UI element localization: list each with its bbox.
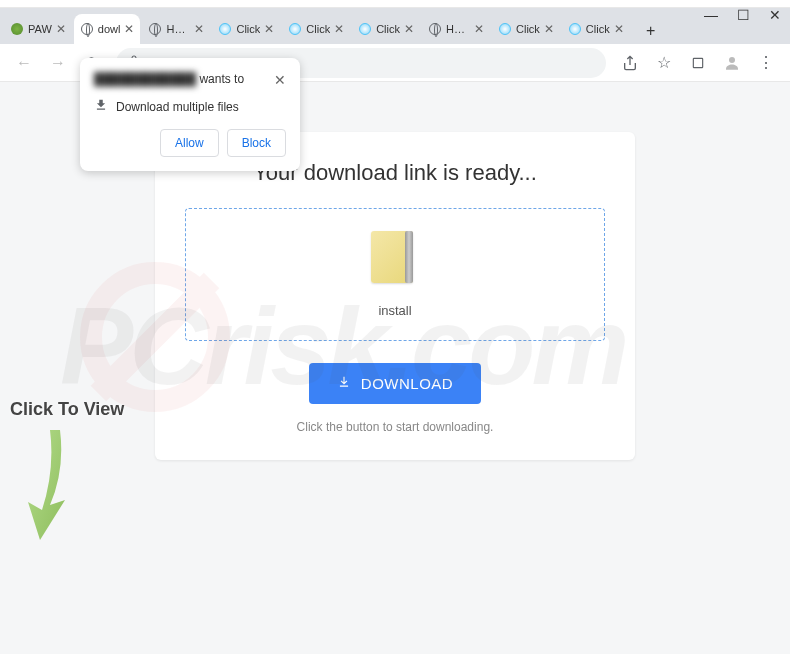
download-button[interactable]: DOWNLOAD [309,363,481,404]
extensions-icon[interactable] [684,49,712,77]
tab-close-button[interactable]: ✕ [474,22,484,36]
tab-close-button[interactable]: ✕ [544,22,554,36]
file-name: install [378,303,411,318]
back-button[interactable]: ← [10,49,38,77]
tab-title: Click [516,23,540,35]
browser-tab[interactable]: dowl✕ [74,14,141,44]
browser-tab[interactable]: PAW✕ [4,14,72,44]
tab-favicon-icon [568,22,582,36]
tab-favicon-icon [148,22,162,36]
forward-button[interactable]: → [44,49,72,77]
tab-title: dowl [98,23,121,35]
tab-title: Huma [446,23,470,35]
tab-favicon-icon [218,22,232,36]
browser-tab[interactable]: Click✕ [492,14,560,44]
click-to-view-overlay[interactable]: Click To View [10,399,124,554]
tab-favicon-icon [80,22,94,36]
window-maximize-button[interactable]: ☐ [736,8,750,22]
window-titlebar [0,0,790,8]
tab-close-button[interactable]: ✕ [194,22,204,36]
permission-origin: ████████████ wants to [94,72,244,86]
tab-title: Click [586,23,610,35]
bookmark-icon[interactable]: ☆ [650,49,678,77]
browser-tab[interactable]: Click✕ [212,14,280,44]
window-close-button[interactable]: ✕ [768,8,782,22]
download-arrow-icon [337,375,351,392]
tab-close-button[interactable]: ✕ [56,22,66,36]
window-minimize-button[interactable]: — [704,8,718,22]
permission-close-button[interactable]: ✕ [274,72,286,88]
tab-title: Huma [166,23,190,35]
share-icon[interactable] [616,49,644,77]
tab-favicon-icon [498,22,512,36]
permission-prompt: ████████████ wants to ✕ Download multipl… [80,58,300,171]
hint-text: Click the button to start downloading. [185,420,605,434]
menu-icon[interactable]: ⋮ [752,49,780,77]
tab-close-button[interactable]: ✕ [614,22,624,36]
click-to-view-label: Click To View [10,399,124,420]
tab-close-button[interactable]: ✕ [264,22,274,36]
tab-favicon-icon [358,22,372,36]
browser-tabstrip: PAW✕dowl✕Huma✕Click✕Click✕Click✕Huma✕Cli… [0,8,790,44]
browser-tab[interactable]: Huma✕ [142,14,210,44]
tab-title: Click [376,23,400,35]
tab-favicon-icon [428,22,442,36]
tab-title: Click [236,23,260,35]
tab-title: Click [306,23,330,35]
allow-button[interactable]: Allow [160,129,219,157]
svg-rect-0 [693,58,702,67]
permission-message: Download multiple files [116,100,239,114]
tab-favicon-icon [10,22,24,36]
file-preview-box: install [185,208,605,341]
download-card: Your download link is ready... install D… [155,132,635,460]
down-arrow-icon [10,420,80,550]
block-button[interactable]: Block [227,129,286,157]
download-button-label: DOWNLOAD [361,375,453,392]
tab-close-button[interactable]: ✕ [334,22,344,36]
browser-tab[interactable]: Click✕ [352,14,420,44]
zip-folder-icon [371,231,419,289]
tab-close-button[interactable]: ✕ [124,22,134,36]
download-icon [94,98,108,115]
browser-tab[interactable]: Huma✕ [422,14,490,44]
tab-favicon-icon [288,22,302,36]
browser-tab[interactable]: Click✕ [282,14,350,44]
svg-point-1 [729,57,735,63]
tab-title: PAW [28,23,52,35]
browser-tab[interactable]: Click✕ [562,14,630,44]
profile-icon[interactable] [718,49,746,77]
tab-close-button[interactable]: ✕ [404,22,414,36]
new-tab-button[interactable]: + [638,18,664,44]
